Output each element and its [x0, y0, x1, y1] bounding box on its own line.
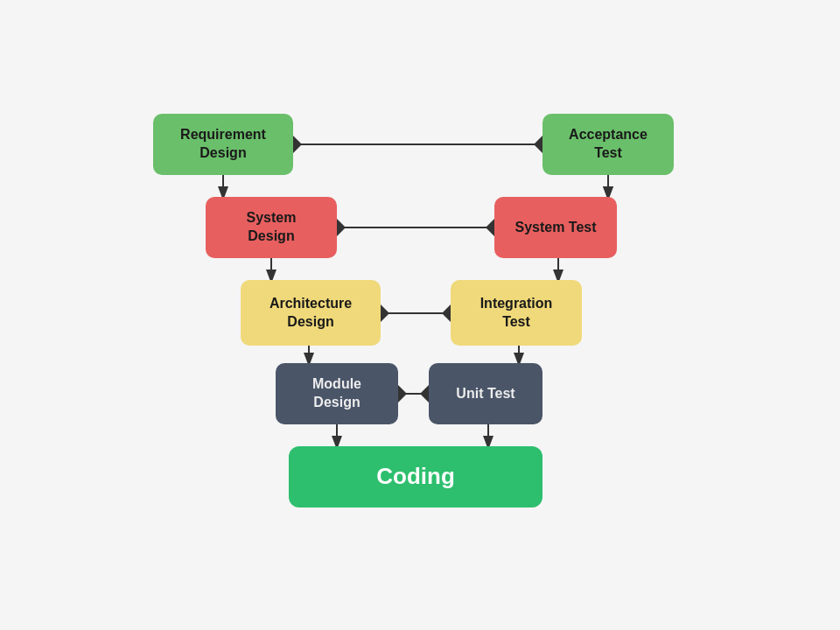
diagram-container: Acceptance Test (horizontal line with di… — [0, 0, 840, 630]
unit-test-node: Unit Test — [429, 363, 542, 424]
system-test-node: System Test — [494, 197, 617, 258]
coding-node: Coding — [289, 446, 542, 508]
module-design-node: ModuleDesign — [276, 363, 398, 424]
sys-design-node: SystemDesign — [206, 197, 337, 258]
integration-test-node: IntegrationTest — [451, 280, 582, 346]
arch-design-node: ArchitectureDesign — [241, 280, 381, 346]
req-design-node: RequirementDesign — [153, 114, 293, 175]
acceptance-test-node: AcceptanceTest — [542, 114, 674, 175]
